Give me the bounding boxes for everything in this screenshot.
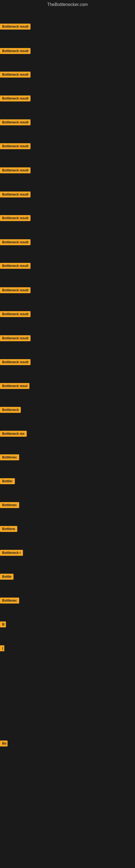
bottleneck-item-19[interactable]: Bottlenec	[0, 454, 19, 461]
bottleneck-badge-3: Bottleneck result	[0, 72, 31, 78]
bottleneck-item-15[interactable]: Bottleneck result	[0, 359, 31, 366]
bottleneck-badge-16: Bottleneck resul	[0, 383, 30, 389]
bottleneck-item-12[interactable]: Bottleneck result	[0, 287, 31, 294]
bottleneck-item-20[interactable]: Bottler	[0, 478, 15, 485]
bottleneck-item-16[interactable]: Bottleneck resul	[0, 383, 30, 390]
bottleneck-badge-2: Bottleneck result	[0, 48, 31, 54]
site-title: TheBottlenecker.com	[0, 0, 135, 8]
bottleneck-badge-11: Bottleneck result	[0, 263, 31, 269]
bottleneck-item-1[interactable]: Bottleneck result	[0, 24, 31, 31]
bottleneck-badge-14: Bottleneck result	[0, 335, 31, 341]
bottleneck-badge-22: Bottlene	[0, 526, 17, 532]
bottleneck-item-2[interactable]: Bottleneck result	[0, 48, 31, 55]
bottleneck-badge-17: Bottleneck	[0, 407, 21, 413]
bottleneck-badge-28: Bo	[0, 741, 8, 746]
bottleneck-badge-8: Bottleneck result	[0, 191, 31, 197]
bottleneck-badge-25: Bottlenec	[0, 597, 19, 603]
bottleneck-item-6[interactable]: Bottleneck result	[0, 143, 31, 150]
bottleneck-badge-21: Bottlenec	[0, 502, 19, 508]
bottleneck-item-27[interactable]: |	[0, 645, 4, 652]
bottleneck-badge-19: Bottlenec	[0, 454, 19, 460]
bottleneck-item-28[interactable]: Bo	[0, 741, 8, 748]
bottleneck-badge-15: Bottleneck result	[0, 359, 31, 365]
bottleneck-badge-13: Bottleneck result	[0, 311, 31, 317]
bottleneck-item-24[interactable]: Bottle	[0, 574, 13, 581]
bottleneck-badge-1: Bottleneck result	[0, 24, 31, 30]
bottleneck-badge-26: B	[0, 621, 6, 627]
bottleneck-badge-18: Bottleneck res	[0, 431, 27, 437]
bottleneck-badge-9: Bottleneck result	[0, 215, 31, 221]
bottleneck-item-9[interactable]: Bottleneck result	[0, 215, 31, 222]
bottleneck-item-3[interactable]: Bottleneck result	[0, 72, 31, 79]
bottleneck-badge-10: Bottleneck result	[0, 239, 31, 245]
bottleneck-badge-7: Bottleneck result	[0, 167, 31, 173]
bottleneck-item-5[interactable]: Bottleneck result	[0, 119, 31, 126]
bottleneck-item-26[interactable]: B	[0, 621, 6, 628]
bottleneck-item-4[interactable]: Bottleneck result	[0, 95, 31, 102]
bottleneck-badge-23: Bottleneck r	[0, 550, 23, 556]
bottleneck-item-21[interactable]: Bottlenec	[0, 502, 19, 509]
bottleneck-item-25[interactable]: Bottlenec	[0, 597, 19, 604]
bottleneck-item-11[interactable]: Bottleneck result	[0, 263, 31, 270]
bottleneck-badge-6: Bottleneck result	[0, 143, 31, 149]
bottleneck-item-17[interactable]: Bottleneck	[0, 407, 21, 414]
bottleneck-item-18[interactable]: Bottleneck res	[0, 431, 27, 438]
bottleneck-item-23[interactable]: Bottleneck r	[0, 550, 23, 557]
bottleneck-item-8[interactable]: Bottleneck result	[0, 191, 31, 198]
bottleneck-item-7[interactable]: Bottleneck result	[0, 167, 31, 175]
bottleneck-item-22[interactable]: Bottlene	[0, 526, 17, 533]
bottleneck-badge-5: Bottleneck result	[0, 119, 31, 125]
bottleneck-badge-24: Bottle	[0, 574, 13, 580]
bottleneck-item-13[interactable]: Bottleneck result	[0, 311, 31, 318]
bottleneck-badge-27: |	[0, 645, 4, 651]
bottleneck-badge-4: Bottleneck result	[0, 95, 31, 101]
bottleneck-item-14[interactable]: Bottleneck result	[0, 335, 31, 342]
bottleneck-badge-20: Bottler	[0, 478, 15, 484]
bottleneck-item-10[interactable]: Bottleneck result	[0, 239, 31, 246]
bottleneck-badge-12: Bottleneck result	[0, 287, 31, 293]
